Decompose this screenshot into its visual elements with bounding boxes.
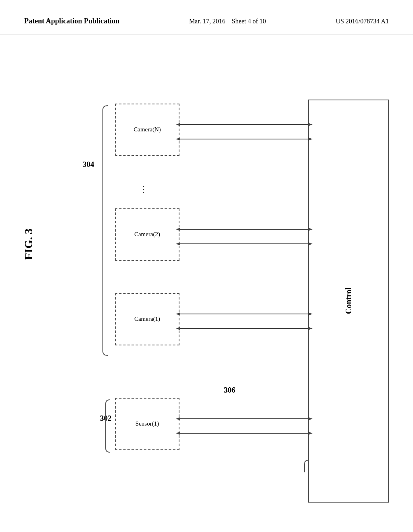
sheet-label: Sheet 4 of 10 [232, 18, 266, 25]
diagram-area: FIG. 3 304 302 306 Control Camera(N) ⋮ C… [0, 35, 413, 519]
camera-2-label: Camera(2) [134, 231, 160, 238]
camera-n-box: Camera(N) [115, 104, 179, 156]
camera-n-label: Camera(N) [133, 126, 161, 133]
header-left: Patent Application Publication [24, 16, 119, 26]
header-right: US 2016/078734 A1 [336, 16, 389, 27]
sensor-1-label: Sensor(1) [136, 420, 159, 427]
page-header: Patent Application Publication Mar. 17, … [0, 0, 413, 35]
ref-302-label: 302 [100, 414, 112, 423]
camera-1-label: Camera(1) [134, 316, 160, 322]
figure-label: FIG. 3 [22, 229, 35, 260]
date-label: Mar. 17, 2016 [189, 18, 225, 25]
camera-2-box: Camera(2) [115, 208, 179, 261]
sensor-1-box: Sensor(1) [115, 398, 179, 450]
patent-number-label: US 2016/078734 A1 [336, 18, 389, 25]
ref-304-label: 304 [83, 160, 94, 169]
control-box: Control [308, 100, 389, 503]
control-label: Control [344, 287, 353, 314]
ref-306-label: 306 [224, 386, 236, 395]
header-center: Mar. 17, 2016 Sheet 4 of 10 [189, 16, 266, 27]
dots-separator: ⋮ [139, 184, 149, 195]
camera-1-box: Camera(1) [115, 293, 179, 345]
patent-publication-label: Patent Application Publication [24, 17, 119, 25]
